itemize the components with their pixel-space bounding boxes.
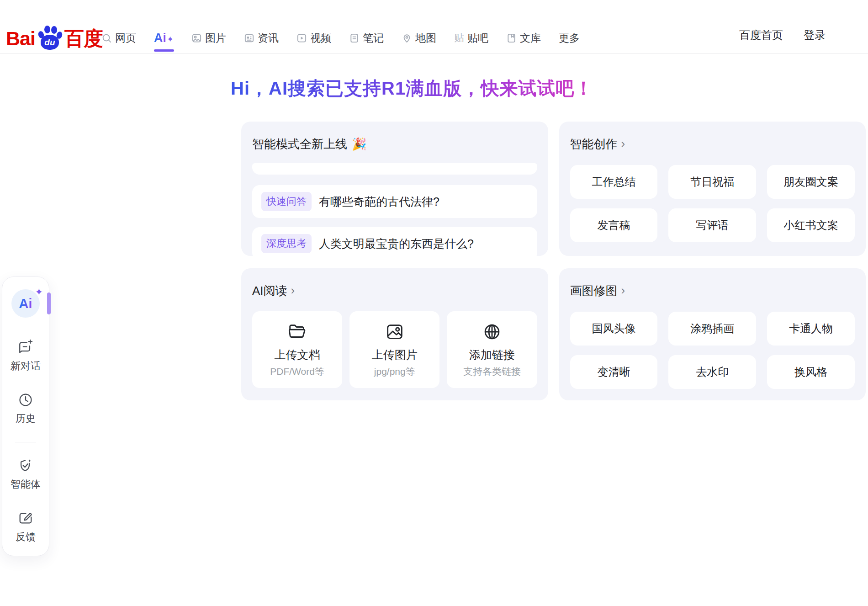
tile-label: 上传文档 (275, 347, 320, 362)
nav-label: 网页 (115, 31, 136, 45)
suggestion-text: 有哪些奇葩的古代法律? (319, 194, 439, 209)
library-icon (506, 33, 517, 43)
tile-label: 上传图片 (372, 347, 418, 362)
button-work-summary[interactable]: 工作总结 (570, 165, 658, 199)
baidu-paw-icon: du (37, 26, 63, 51)
nav-item-news[interactable]: 资讯 (244, 31, 279, 45)
top-nav: 网页 Ai✦ 图片 资讯 视频 笔记 (101, 27, 580, 49)
logo-text-du: du (41, 35, 59, 50)
map-pin-icon (402, 33, 412, 43)
nav-label: 图片 (205, 31, 226, 45)
image-edit-buttons: 国风头像 涂鸦插画 卡通人物 变清晰 去水印 换风格 (570, 312, 855, 389)
folder-open-icon (287, 321, 308, 342)
new-chat-icon (18, 340, 33, 355)
nav-item-webpage[interactable]: 网页 (101, 31, 136, 45)
chevron-right-icon: › (291, 283, 295, 298)
tile-upload-document[interactable]: 上传文档 PDF/Word等 (252, 311, 342, 388)
button-guofeng-avatar[interactable]: 国风头像 (570, 312, 658, 346)
nav-item-library[interactable]: 文库 (506, 31, 541, 45)
feedback-icon (18, 510, 33, 526)
chevron-right-icon: › (621, 283, 625, 298)
nav-label: 笔记 (363, 31, 384, 45)
sidebar-item-label: 历史 (16, 412, 36, 425)
globe-icon (482, 321, 503, 342)
nav-label: 贴吧 (467, 31, 488, 45)
card-smart-mode: 智能模式全新上线 🎉 快速问答 有哪些奇葩的古代法律? 深度思考 人类文明最宝贵… (241, 122, 548, 256)
nav-label: 视频 (310, 31, 331, 45)
sidebar-item-label: 反馈 (16, 530, 36, 544)
scrolling-suggestion-peek (252, 163, 537, 175)
nav-item-video[interactable]: 视频 (296, 31, 331, 45)
party-popper-emoji: 🎉 (352, 137, 366, 151)
sidebar-item-history[interactable]: 历史 (16, 392, 36, 425)
nav-label: 更多 (559, 31, 580, 45)
card-ai-reading-title[interactable]: AI阅读 › (252, 284, 295, 298)
nav-label: 地图 (415, 31, 436, 45)
ai-reading-tiles: 上传文档 PDF/Word等 上传图片 jpg/png等 添加链接 支持各类链接 (252, 311, 537, 388)
sidebar-item-agents[interactable]: 智能体 (11, 458, 41, 491)
smart-create-buttons: 工作总结 节日祝福 朋友圈文案 发言稿 写评语 小红书文案 (570, 165, 855, 242)
tile-add-link[interactable]: 添加链接 支持各类链接 (447, 311, 537, 388)
sidebar-divider (15, 442, 36, 442)
button-doodle-illustration[interactable]: 涂鸦插画 (668, 312, 756, 346)
card-image-edit-title[interactable]: 画图修图 › (570, 284, 625, 298)
nav-item-maps[interactable]: 地图 (402, 31, 436, 45)
history-icon (18, 392, 33, 408)
agent-icon (18, 458, 33, 473)
sidebar-handle[interactable] (47, 292, 51, 314)
logo-text-bai: Bai (6, 29, 35, 48)
button-remove-watermark[interactable]: 去水印 (668, 355, 756, 389)
sparkle-icon: ✦ (35, 287, 43, 298)
hero-title: Hi，AI搜索已支持R1满血版，快来试试吧！ (231, 76, 593, 101)
button-moments-copy[interactable]: 朋友圈文案 (767, 165, 855, 199)
nav-label: 文库 (520, 31, 541, 45)
active-tab-underline (154, 49, 174, 52)
baidu-ai-page: Bai du 百度 网页 Ai✦ 图片 (0, 0, 868, 606)
button-change-style[interactable]: 换风格 (767, 355, 855, 389)
tile-label: 添加链接 (469, 347, 515, 362)
nav-item-more[interactable]: 更多 (559, 31, 580, 45)
card-smart-create: 智能创作 › 工作总结 节日祝福 朋友圈文案 发言稿 写评语 小红书文案 (559, 122, 866, 256)
sidebar-item-label: 智能体 (11, 478, 41, 491)
top-header: Bai du 百度 网页 Ai✦ 图片 (0, 0, 868, 54)
search-icon (101, 33, 112, 43)
suggestion-quick-answer[interactable]: 快速问答 有哪些奇葩的古代法律? (252, 185, 537, 218)
news-icon (244, 33, 254, 43)
nav-item-tieba[interactable]: 贴 贴吧 (454, 31, 488, 45)
nav-label: 资讯 (258, 31, 279, 45)
floating-sidebar: Ai ✦ 新对话 历史 智能体 反馈 (2, 276, 49, 556)
sidebar-item-new-chat[interactable]: 新对话 (11, 340, 41, 373)
ai-plus-logo-icon: Ai✦ (154, 31, 174, 45)
tile-sublabel: 支持各类链接 (463, 365, 521, 378)
quick-answer-badge: 快速问答 (261, 192, 312, 211)
card-ai-reading: AI阅读 › 上传文档 PDF/Word等 上传图片 jpg/png等 添加链接 (241, 268, 548, 400)
sidebar-item-feedback[interactable]: 反馈 (16, 510, 36, 544)
sparkle-icon: ✦ (167, 35, 174, 44)
nav-item-images[interactable]: 图片 (191, 31, 226, 45)
chevron-right-icon: › (621, 137, 625, 151)
sidebar-item-label: 新对话 (11, 359, 41, 373)
card-smart-create-title[interactable]: 智能创作 › (570, 137, 625, 151)
cards-grid: 智能模式全新上线 🎉 快速问答 有哪些奇葩的古代法律? 深度思考 人类文明最宝贵… (241, 122, 866, 400)
baidu-logo[interactable]: Bai du 百度 (6, 26, 103, 48)
suggestion-text: 人类文明最宝贵的东西是什么? (319, 236, 474, 251)
login-link[interactable]: 登录 (804, 28, 826, 43)
button-speech-draft[interactable]: 发言稿 (570, 208, 658, 242)
tile-sublabel: jpg/png等 (374, 365, 415, 378)
header-links: 百度首页 登录 (739, 24, 826, 47)
button-write-comments[interactable]: 写评语 (668, 208, 756, 242)
sidebar-ai-logo[interactable]: Ai ✦ (11, 289, 40, 318)
nav-item-ai-plus[interactable]: Ai✦ (154, 31, 174, 45)
logo-text-chinese: 百度 (64, 29, 103, 48)
deep-think-badge: 深度思考 (261, 234, 312, 253)
button-cartoon-character[interactable]: 卡通人物 (767, 312, 855, 346)
suggestion-deep-think[interactable]: 深度思考 人类文明最宝贵的东西是什么? (252, 227, 537, 256)
tile-upload-image[interactable]: 上传图片 jpg/png等 (349, 311, 439, 388)
nav-item-notes[interactable]: 笔记 (349, 31, 384, 45)
card-smart-mode-title: 智能模式全新上线 🎉 (252, 137, 366, 151)
card-image-edit: 画图修图 › 国风头像 涂鸦插画 卡通人物 变清晰 去水印 换风格 (559, 268, 866, 400)
baidu-home-link[interactable]: 百度首页 (739, 28, 783, 43)
button-holiday-greeting[interactable]: 节日祝福 (668, 165, 756, 199)
button-enhance-clarity[interactable]: 变清晰 (570, 355, 658, 389)
button-xiaohongshu-copy[interactable]: 小红书文案 (767, 208, 855, 242)
